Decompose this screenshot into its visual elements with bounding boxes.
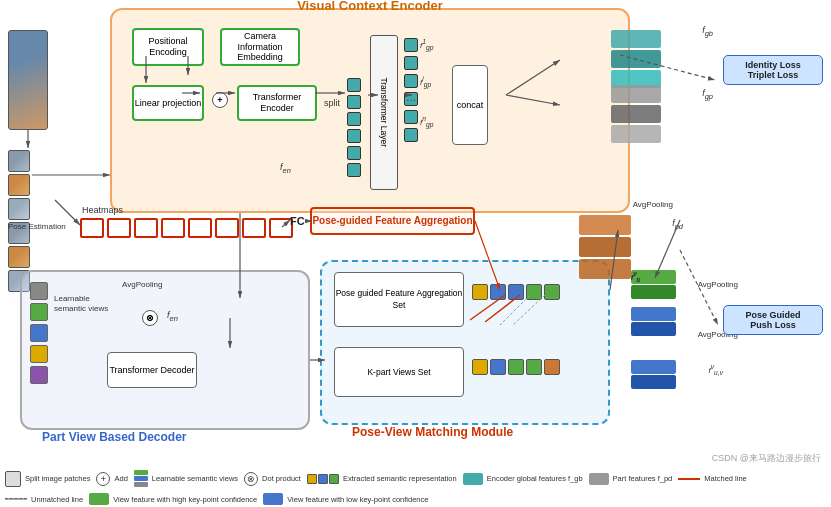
k-part-squares: [472, 359, 560, 375]
split-feature-blocks: [347, 78, 361, 177]
fvu-stack: [631, 307, 676, 336]
f-gb-stack: [611, 30, 661, 88]
legend-learnable: Learnable semantic views: [134, 470, 238, 487]
legend-view-high: View feature with high key-point confide…: [89, 493, 257, 505]
f-gp-label: fgp: [702, 88, 713, 101]
legend-extracted: Extracted semantic representation: [307, 474, 457, 484]
avg-pooling-pvd-label: AvgPooling: [122, 280, 162, 289]
f-gp-stack: [611, 85, 661, 143]
legend-add: + Add: [96, 472, 127, 486]
transformer-decoder-box: Transformer Decoder: [107, 352, 197, 388]
learnable-sem-label: Learnablesemantic views: [54, 294, 109, 315]
vce-title: Visual Context Encoder: [297, 0, 443, 13]
pose-push-loss-box: Pose Guided Push Loss: [723, 305, 823, 335]
fvuv-label: fvu,v: [709, 363, 723, 376]
f-gb-label: fgb: [702, 25, 713, 38]
fc-label: FC: [290, 215, 305, 227]
pose-push-features: fvs fvu: [631, 270, 676, 336]
sem-view-purple: [30, 366, 48, 384]
heatmap-5: [188, 218, 212, 238]
agg-set-squares: [472, 284, 560, 300]
legend-matched: Matched line: [678, 474, 747, 483]
visual-context-encoder-section: Visual Context Encoder Positional Encodi…: [110, 8, 630, 213]
pose-agg-set-box: Pose guided Feature Aggregation Set: [334, 272, 464, 327]
sem-view-gray: [30, 282, 48, 300]
heatmaps-row: [80, 218, 293, 238]
legend-view-low: View feature with low key-point confiden…: [263, 493, 428, 505]
heatmap-3: [134, 218, 158, 238]
diagram-container: Visual Context Encoder Positional Encodi…: [0, 0, 831, 507]
f-pd-label: fpd: [672, 218, 683, 231]
legend-split-patches: Split image patches: [5, 471, 90, 487]
patch-5: [8, 246, 30, 268]
heatmap-7: [242, 218, 266, 238]
camera-info-box: Camera Information Embedding: [220, 28, 300, 66]
f-en-label: fen: [280, 162, 291, 175]
patch-3: [8, 198, 30, 220]
f-gp-mid-label: figp: [420, 75, 431, 88]
add-operator: +: [212, 92, 228, 108]
avg-pooling-right-label: AvgPooling: [633, 200, 673, 209]
patch-1: [8, 150, 30, 172]
heatmap-4: [161, 218, 185, 238]
concat-label: concat: [457, 100, 484, 111]
identity-loss-box: Identity Loss Triplet Loss: [723, 55, 823, 85]
pose-estimation-label: Pose Estimation: [8, 222, 66, 231]
fvu-label: fvu: [631, 270, 640, 283]
positional-encoding-box: Positional Encoding: [132, 28, 204, 66]
sem-view-green: [30, 303, 48, 321]
legend-unmatched: Unmatched line: [5, 495, 83, 504]
sem-view-blue: [30, 324, 48, 342]
heatmaps-label: Heatmaps: [82, 205, 123, 215]
f-en-pvd-label: fen: [167, 310, 178, 323]
part-view-decoder-section: Part View Based Decoder Learnablesemanti…: [20, 270, 310, 430]
transformer-encoder-box: Transformer Encoder: [237, 85, 317, 121]
fvuv-stack: [631, 360, 676, 389]
f-gp-top-label: f1gp: [420, 38, 433, 51]
legend-dot: ⊗ Dot product: [244, 472, 301, 486]
split-label: split: [324, 98, 340, 108]
linear-projection-box: Linear projection: [132, 85, 204, 121]
transformer-layer-box: Transformer Layer: [370, 35, 398, 190]
concat-box: concat: [452, 65, 488, 145]
watermark: CSDN @来马路边漫步旅行: [712, 452, 821, 465]
pvd-title: Part View Based Decoder: [42, 430, 187, 444]
legend-part-features: Part features f_pd: [589, 473, 673, 485]
input-image: [8, 30, 48, 130]
legend-section: Split image patches + Add Learnable sema…: [5, 470, 826, 505]
pvm-title: Pose-View Matching Module: [352, 425, 513, 439]
heatmap-6: [215, 218, 239, 238]
f-pd-stack: [579, 215, 631, 279]
heatmap-1: [80, 218, 104, 238]
heatmap-2: [107, 218, 131, 238]
k-part-views-box: K-part Views Set: [334, 347, 464, 397]
patch-2: [8, 174, 30, 196]
f-gp-bot-label: fngp: [420, 115, 433, 128]
dot-product-op: ⊗: [142, 310, 158, 326]
pose-guided-agg-label: Pose-guided Feature Aggregation: [312, 215, 472, 227]
pose-guided-agg-box: Pose-guided Feature Aggregation: [310, 207, 475, 235]
legend-encoder-global: Encoder global features f_gb: [463, 473, 583, 485]
avg-pooling-right2-label: AvgPooling: [698, 280, 738, 289]
sem-view-yellow: [30, 345, 48, 363]
pose-view-matching-section: Pose-View Matching Module Pose guided Fe…: [320, 260, 610, 425]
sem-views-col: [30, 282, 48, 384]
